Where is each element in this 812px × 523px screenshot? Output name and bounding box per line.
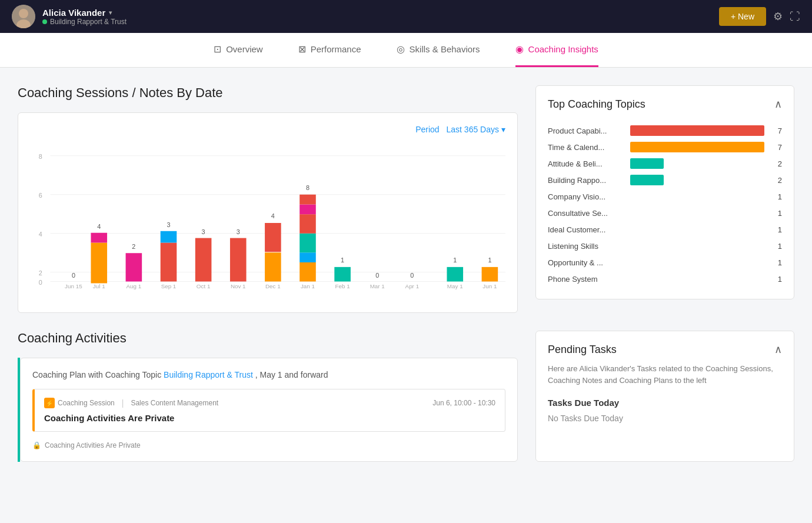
period-chevron: ▾ [501, 125, 505, 134]
bar-chart: 8 6 4 2 0 Jun 15 0 [30, 140, 505, 301]
topic-bar-container [630, 191, 764, 202]
topic-name: Time & Calend... [548, 143, 624, 152]
svg-text:May 1: May 1 [447, 283, 463, 289]
svg-text:3: 3 [167, 221, 170, 228]
svg-rect-15 [91, 242, 107, 283]
period-label: Period [415, 125, 439, 134]
svg-text:Feb 1: Feb 1 [335, 283, 350, 289]
topic-row: Consultative Se...1 [548, 205, 782, 221]
header-left: Alicia Vikander ▾ Building Rapport & Tru… [12, 5, 127, 28]
svg-rect-39 [299, 214, 316, 234]
svg-text:Oct 1: Oct 1 [197, 283, 211, 289]
topic-row: Attitude & Beli...2 [548, 155, 782, 172]
topic-name: Phone System [548, 275, 624, 284]
svg-text:1: 1 [341, 256, 344, 264]
topic-row: Product Capabi...7 [548, 122, 782, 139]
plan-suffix: , May 1 and forward [255, 370, 328, 379]
topic-name: Consultative Se... [548, 209, 624, 218]
svg-text:1: 1 [488, 256, 491, 264]
topic-bar-container [630, 208, 764, 218]
topics-list: Product Capabi...7Time & Calend...7Attit… [548, 122, 782, 287]
svg-text:1: 1 [453, 256, 457, 264]
topic-bar-container [630, 257, 764, 268]
tab-skills[interactable]: ◎ Skills & Behaviors [397, 33, 480, 67]
tab-coaching-label: Coaching Insights [528, 44, 598, 54]
tab-coaching[interactable]: ◉ Coaching Insights [515, 33, 598, 67]
svg-rect-41 [299, 195, 316, 205]
settings-icon[interactable]: ⚙ [773, 10, 783, 23]
period-selector[interactable]: Period Last 365 Days ▾ [415, 125, 505, 134]
user-name-display[interactable]: Alicia Vikander ▾ [42, 8, 127, 18]
activity-divider: | [122, 398, 124, 408]
no-tasks-label: No Tasks Due Today [548, 414, 782, 423]
topics-header: Top Coaching Topics ∧ [548, 98, 782, 111]
svg-rect-22 [161, 242, 177, 281]
svg-rect-37 [299, 252, 316, 262]
expand-icon[interactable]: ⛶ [790, 11, 800, 23]
topic-bar-container [630, 158, 764, 169]
svg-text:Apr 1: Apr 1 [405, 283, 420, 289]
pending-tasks-panel: Pending Tasks ∧ Here are Alicia Vikander… [535, 331, 794, 462]
topic-bar-container [630, 241, 764, 251]
topic-row: Building Rappo...2 [548, 172, 782, 188]
user-dropdown-icon[interactable]: ▾ [109, 9, 112, 16]
topic-bar [630, 142, 764, 152]
activities-title: Coaching Activities [18, 331, 518, 346]
avatar [12, 5, 35, 28]
topic-count: 1 [770, 225, 782, 234]
svg-text:Jan 1: Jan 1 [301, 283, 315, 289]
svg-text:4: 4 [271, 212, 275, 219]
svg-rect-38 [299, 234, 316, 253]
coaching-plan-header: Coaching Plan with Coaching Topic Buildi… [32, 370, 505, 379]
topic-count: 2 [770, 176, 782, 185]
plan-link[interactable]: Building Rapport & Trust [164, 370, 253, 379]
chart-header: Period Last 365 Days ▾ [30, 125, 505, 134]
performance-icon: ⊠ [298, 44, 306, 55]
new-button[interactable]: + New [719, 7, 766, 26]
topic-bar-container [630, 142, 764, 152]
topic-name: Attitude & Beli... [548, 159, 624, 168]
pending-title: Pending Tasks [548, 344, 617, 356]
svg-rect-32 [265, 252, 281, 281]
coaching-sessions-title: Coaching Sessions / Notes By Date [18, 85, 518, 101]
svg-rect-29 [230, 238, 247, 282]
topic-name: Listening Skills [548, 242, 624, 251]
tab-overview[interactable]: ⊡ Overview [214, 33, 263, 67]
privacy-note: 🔒 Coaching Activities Are Private [32, 441, 505, 449]
chart-panel: Period Last 365 Days ▾ 8 6 4 2 0 [18, 112, 518, 313]
nav-tabs: ⊡ Overview ⊠ Performance ◎ Skills & Beha… [0, 33, 812, 68]
svg-text:3: 3 [202, 228, 205, 235]
topic-count: 7 [770, 143, 782, 152]
status-text: Building Rapport & Trust [50, 18, 127, 26]
bar-chart-svg: 8 6 4 2 0 Jun 15 0 [30, 146, 505, 299]
topics-panel: Top Coaching Topics ∧ Product Capabi...7… [535, 85, 794, 299]
pending-collapse-button[interactable]: ∧ [774, 343, 782, 356]
tab-performance[interactable]: ⊠ Performance [298, 33, 361, 67]
topic-count: 1 [770, 242, 782, 251]
svg-point-1 [19, 9, 28, 18]
activity-category: Sales Content Management [131, 399, 218, 407]
svg-text:Nov 1: Nov 1 [231, 283, 246, 289]
topic-row: Phone System1 [548, 271, 782, 287]
topic-count: 2 [770, 159, 782, 168]
topics-title: Top Coaching Topics [548, 98, 645, 111]
topic-name: Opportunity & ... [548, 258, 624, 267]
activity-meta: ⚡ Coaching Session | Sales Content Manag… [44, 398, 495, 408]
svg-text:8: 8 [306, 184, 310, 191]
svg-text:4: 4 [97, 223, 101, 230]
svg-rect-33 [265, 223, 281, 252]
activity-date: Jun 6, 10:00 - 10:30 [432, 399, 495, 407]
header: Alicia Vikander ▾ Building Rapport & Tru… [0, 0, 812, 33]
header-right: + New ⚙ ⛶ [719, 7, 800, 26]
topic-row: Time & Calend...7 [548, 139, 782, 155]
main-content: Coaching Sessions / Notes By Date Period… [0, 68, 812, 479]
activity-type: ⚡ Coaching Session [44, 398, 115, 408]
activities-card: Coaching Plan with Coaching Topic Buildi… [20, 358, 518, 462]
topics-collapse-button[interactable]: ∧ [774, 98, 782, 111]
svg-text:6: 6 [39, 192, 42, 199]
status-indicator [42, 19, 47, 24]
topic-bar-container [630, 224, 764, 235]
svg-text:Aug 1: Aug 1 [127, 283, 142, 289]
plan-text: Coaching Plan with Coaching Topic [32, 370, 161, 379]
svg-text:Mar 1: Mar 1 [370, 283, 385, 289]
